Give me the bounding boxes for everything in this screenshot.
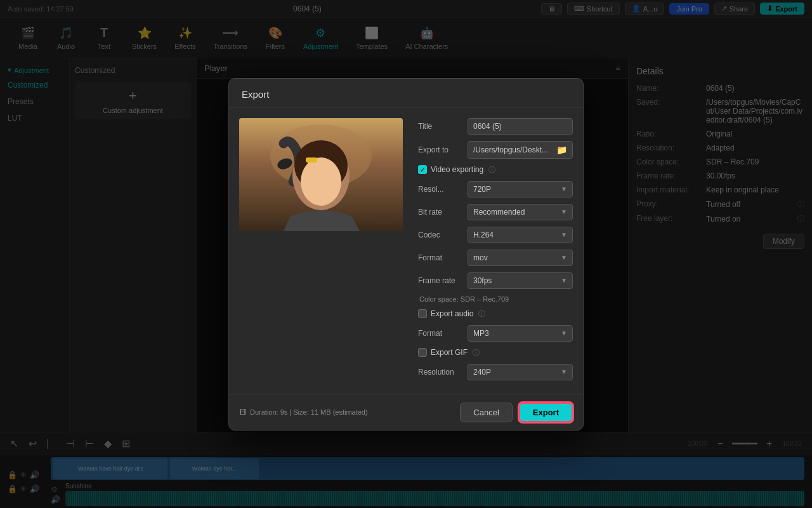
color-space-text: Color space: SDR – Rec.709 bbox=[418, 295, 573, 303]
gif-resolution-arrow: ▼ bbox=[561, 368, 567, 375]
export-gif-info: ⓘ bbox=[473, 348, 480, 358]
footer-buttons: Cancel Export bbox=[460, 403, 573, 422]
audio-checkbox-box bbox=[418, 309, 427, 318]
resolution-arrow: ▼ bbox=[561, 185, 567, 192]
export-to-input[interactable]: /Users/topgus/Deskt... 📁 bbox=[468, 141, 573, 159]
format-select[interactable]: mov ▼ bbox=[468, 250, 573, 266]
audio-format-value: MP3 bbox=[473, 329, 489, 338]
dialog-settings: Title Export to /Users/topgus/Deskt... 📁… bbox=[413, 108, 583, 394]
dialog-footer: 🎞 Duration: 9s | Size: 11 MB (estimated)… bbox=[229, 394, 583, 430]
bit-rate-row: Bit rate Recommended ▼ bbox=[418, 204, 573, 220]
codec-arrow: ▼ bbox=[561, 231, 567, 238]
video-exporting-checkbox[interactable]: ✓ Video exporting ⓘ bbox=[418, 165, 573, 175]
dialog-title: Export bbox=[229, 79, 583, 108]
export-to-value: /Users/topgus/Deskt... bbox=[473, 145, 548, 154]
title-input-container[interactable] bbox=[468, 118, 573, 135]
duration-text: Duration: 9s | Size: 11 MB (estimated) bbox=[250, 408, 368, 416]
audio-format-row: Format MP3 ▼ bbox=[418, 325, 573, 342]
duration-info: 🎞 Duration: 9s | Size: 11 MB (estimated) bbox=[239, 408, 368, 416]
video-exporting-info: ⓘ bbox=[488, 165, 495, 175]
dialog-preview bbox=[229, 108, 413, 394]
overlay: Export bbox=[0, 0, 812, 508]
format-arrow: ▼ bbox=[561, 254, 567, 261]
gif-resolution-value: 240P bbox=[473, 368, 491, 377]
frame-rate-row: Frame rate 30fps ▼ bbox=[418, 272, 573, 289]
codec-label: Codec bbox=[418, 231, 462, 239]
export-audio-label: Export audio bbox=[431, 309, 473, 318]
frame-rate-select[interactable]: 30fps ▼ bbox=[468, 272, 573, 289]
cancel-button[interactable]: Cancel bbox=[460, 403, 512, 422]
bit-rate-arrow: ▼ bbox=[561, 208, 567, 215]
export-action-button[interactable]: Export bbox=[519, 403, 573, 422]
title-input[interactable] bbox=[473, 122, 567, 131]
export-gif-label: Export GIF bbox=[431, 348, 468, 357]
resolution-row: Resol... 720P ▼ bbox=[418, 181, 573, 197]
export-dialog: Export bbox=[228, 78, 584, 431]
frame-rate-value: 30fps bbox=[473, 276, 492, 285]
bit-rate-label: Bit rate bbox=[418, 208, 462, 217]
video-checkbox-box: ✓ bbox=[418, 165, 427, 174]
gif-resolution-select[interactable]: 240P ▼ bbox=[468, 364, 573, 380]
frame-rate-label: Frame rate bbox=[418, 276, 462, 285]
title-row: Title bbox=[418, 118, 573, 135]
export-audio-checkbox[interactable]: Export audio ⓘ bbox=[418, 309, 573, 319]
resolution-select[interactable]: 720P ▼ bbox=[468, 181, 573, 197]
resolution-label: Resol... bbox=[418, 185, 462, 194]
gif-resolution-label: Resolution bbox=[418, 368, 462, 377]
audio-format-arrow: ▼ bbox=[561, 330, 567, 337]
format-value: mov bbox=[473, 253, 488, 262]
gif-resolution-row: Resolution 240P ▼ bbox=[418, 364, 573, 380]
format-row: Format mov ▼ bbox=[418, 250, 573, 266]
dialog-body: Title Export to /Users/topgus/Deskt... 📁… bbox=[229, 108, 583, 394]
audio-format-select[interactable]: MP3 ▼ bbox=[468, 325, 573, 342]
preview-image bbox=[239, 118, 403, 231]
preview-svg bbox=[239, 118, 403, 231]
video-file-icon: 🎞 bbox=[239, 408, 246, 416]
resolution-value: 720P bbox=[473, 185, 491, 194]
format-label: Format bbox=[418, 253, 462, 262]
export-gif-checkbox[interactable]: Export GIF ⓘ bbox=[418, 348, 573, 358]
export-to-label: Export to bbox=[418, 145, 462, 154]
codec-value: H.264 bbox=[473, 231, 494, 239]
folder-icon[interactable]: 📁 bbox=[556, 145, 567, 155]
export-audio-info: ⓘ bbox=[478, 309, 485, 319]
frame-rate-arrow: ▼ bbox=[561, 277, 567, 284]
codec-row: Codec H.264 ▼ bbox=[418, 227, 573, 243]
export-to-row: Export to /Users/topgus/Deskt... 📁 bbox=[418, 141, 573, 159]
title-label: Title bbox=[418, 122, 462, 131]
gif-checkbox-box bbox=[418, 348, 427, 357]
video-exporting-label: Video exporting bbox=[431, 165, 483, 174]
bit-rate-select[interactable]: Recommended ▼ bbox=[468, 204, 573, 220]
bit-rate-value: Recommended bbox=[473, 208, 525, 217]
svg-rect-5 bbox=[306, 157, 317, 163]
audio-format-label: Format bbox=[418, 329, 462, 338]
codec-select[interactable]: H.264 ▼ bbox=[468, 227, 573, 243]
svg-point-4 bbox=[301, 157, 341, 206]
